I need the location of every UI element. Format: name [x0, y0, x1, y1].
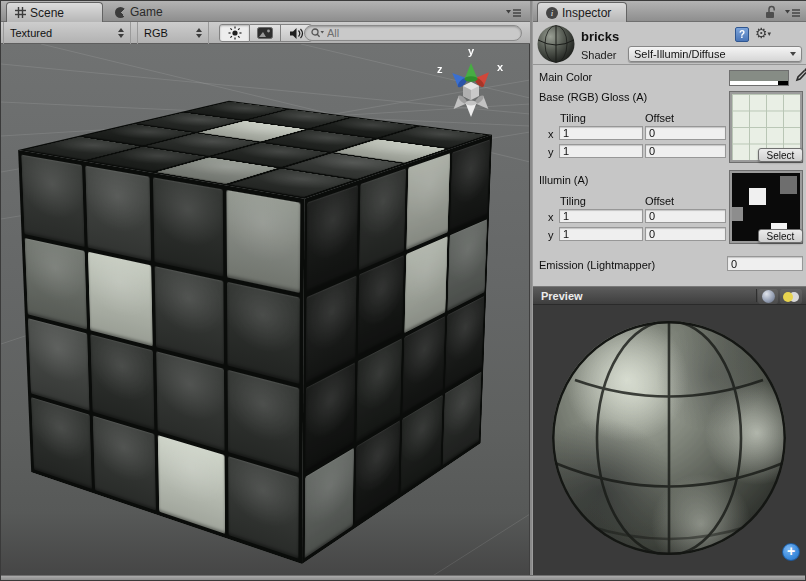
preview-header-separator [756, 289, 757, 302]
illumin-texture-square [780, 176, 798, 194]
render-mode-dropdown[interactable]: Textured [3, 22, 131, 44]
base-offset-y-input[interactable] [645, 144, 726, 158]
eyedropper-icon[interactable] [794, 67, 806, 85]
base-tiling-x-input[interactable] [559, 126, 643, 140]
shader-dropdown[interactable]: Self-Illumin/Diffuse [628, 46, 802, 62]
cube-tile [90, 334, 154, 429]
scene-viewport[interactable]: y x z [1, 44, 530, 577]
gear-icon[interactable]: ⚙▾ [755, 25, 771, 41]
preview-title: Preview [541, 290, 583, 302]
gizmo-hub-cube[interactable] [463, 82, 479, 100]
inspector-menu-icon[interactable] [785, 8, 801, 18]
game-icon [115, 7, 126, 18]
cube-face-right [302, 135, 492, 564]
search-icon [311, 28, 324, 38]
illumin-offset-y-input[interactable] [645, 227, 726, 241]
select-label: Select [767, 231, 795, 242]
cube-tile [359, 168, 406, 269]
tab-inspector[interactable]: i Inspector [537, 2, 627, 22]
shader-value: Self-Illumin/Diffuse [634, 48, 726, 60]
cube-tile [228, 456, 299, 559]
material-sphere-icon [536, 24, 576, 64]
illumin-texture-select-button[interactable]: Select [758, 229, 803, 243]
illumin-texture-square [730, 207, 743, 221]
preview-lighting-icon [783, 292, 799, 302]
illumin-offset-x-input[interactable] [645, 209, 726, 223]
color-mode-dropdown[interactable]: RGB [137, 22, 209, 44]
preview-sphere-icon [762, 290, 775, 303]
cube-tile [153, 177, 223, 276]
updown-arrows-icon [196, 28, 202, 38]
scene-search-field[interactable] [304, 25, 522, 41]
illumin-tiling-x-input[interactable] [559, 209, 643, 223]
cube-tile [156, 351, 224, 450]
cube-face-front [18, 150, 304, 564]
axis-neg-cone[interactable] [466, 101, 477, 117]
axis-y-label: y [468, 45, 475, 57]
main-color-swatch[interactable] [729, 70, 789, 86]
preview-sphere [549, 318, 789, 558]
orientation-gizmo[interactable]: y x z [431, 44, 511, 126]
window-bottom-edge [1, 575, 805, 580]
illumin-tiling-header: Tiling [560, 195, 586, 207]
cube-tile [227, 281, 300, 384]
inspector-lock-icon[interactable] [765, 5, 777, 21]
inspector-panel: i Inspector [532, 1, 806, 577]
axis-z-label: z [437, 63, 443, 75]
search-input[interactable] [327, 27, 497, 39]
illumin-offset-header: Offset [645, 195, 674, 207]
tab-scene-label: Scene [30, 6, 64, 20]
cube-tile [158, 435, 225, 534]
base-texture-select-button[interactable]: Select [758, 148, 803, 162]
scene-panel: Scene Game Textured RGB [1, 1, 530, 577]
shader-label: Shader [581, 49, 616, 61]
cube-object[interactable] [132, 123, 407, 498]
material-preview-area[interactable]: + [533, 305, 806, 577]
scene-lighting-toggle[interactable] [219, 24, 250, 42]
cube-tile [85, 166, 151, 261]
illumin-texture-square [749, 188, 766, 205]
info-icon: i [546, 7, 558, 19]
tab-game-label: Game [130, 5, 163, 19]
cube-tile [155, 266, 224, 365]
material-header: bricks Shader Self-Illumin/Diffuse ? ⚙▾ [533, 22, 806, 65]
preview-lighting-button[interactable] [780, 289, 802, 304]
base-y-label: y [548, 146, 554, 158]
chevron-down-icon [790, 52, 796, 56]
select-label: Select [767, 150, 795, 161]
base-offset-header: Offset [645, 112, 674, 124]
unity-editor-window: Scene Game Textured RGB [0, 0, 806, 581]
illumin-section-label: Illumin (A) [539, 174, 589, 186]
base-offset-x-input[interactable] [645, 126, 726, 140]
cube-tile [21, 155, 84, 247]
cube-tile [307, 185, 358, 292]
scene-skybox-toggle[interactable] [250, 24, 281, 42]
help-icon[interactable]: ? [735, 27, 749, 42]
preview-header: Preview [533, 286, 806, 305]
cube-tile [31, 397, 91, 489]
cube-tile [28, 318, 89, 410]
axis-y-cone[interactable] [465, 63, 478, 82]
color-mode-value: RGB [144, 27, 168, 39]
cube-tile [406, 153, 450, 249]
inspector-tabstrip: i Inspector [533, 1, 806, 22]
illumin-tiling-y-input[interactable] [559, 227, 643, 241]
add-preview-button[interactable]: + [782, 543, 800, 561]
illumin-y-label: y [548, 229, 554, 241]
base-tiling-y-input[interactable] [559, 144, 643, 158]
updown-arrows-icon [118, 28, 124, 38]
cube-tile [227, 370, 299, 473]
cube-tile [87, 251, 152, 346]
tab-scene[interactable]: Scene [6, 2, 103, 22]
emission-label: Emission (Lightmapper) [539, 259, 655, 271]
emission-input[interactable] [727, 256, 803, 271]
tab-game[interactable]: Game [107, 2, 179, 22]
main-color-alpha-bar [730, 81, 788, 85]
material-name: bricks [581, 29, 619, 44]
sun-icon [228, 26, 242, 40]
cube-tile [92, 415, 156, 510]
scene-tabstrip: Scene Game [1, 1, 530, 22]
scene-panel-menu-icon[interactable] [506, 8, 522, 18]
tab-inspector-label: Inspector [562, 6, 611, 20]
preview-mesh-button[interactable] [758, 289, 778, 304]
